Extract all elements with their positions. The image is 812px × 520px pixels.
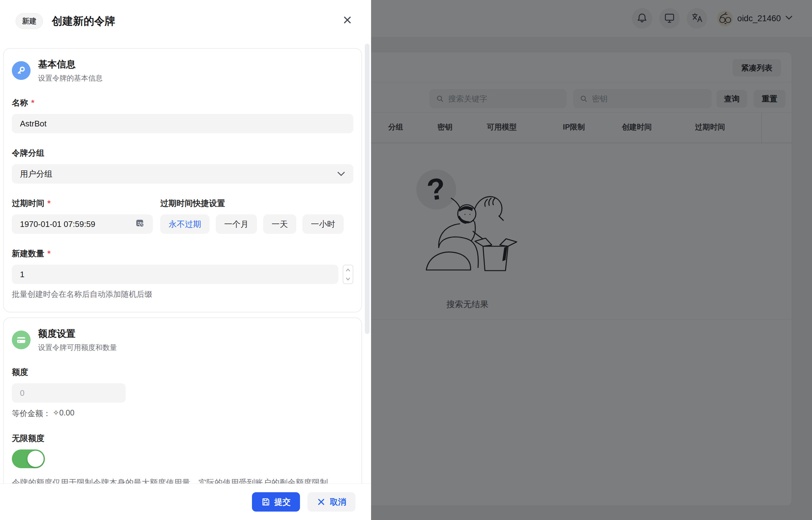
new-badge: 新建: [16, 13, 43, 29]
unlimited-quota-label: 无限额度: [12, 433, 353, 444]
one-hour-button[interactable]: 一小时: [303, 214, 344, 234]
basic-card-subtitle: 设置令牌的基本信息: [38, 73, 103, 83]
drawer-footer: 提交 取消: [0, 484, 371, 520]
stepper-down-icon[interactable]: [343, 275, 353, 283]
group-select-value: 用户分组: [20, 168, 52, 180]
toggle-knob: [27, 451, 44, 467]
cancel-button[interactable]: 取消: [307, 492, 356, 512]
never-expire-button[interactable]: 永不过期: [160, 214, 209, 234]
quota-card-title: 额度设置: [38, 328, 117, 340]
count-help-text: 批量创建时会在名称后自动添加随机后缀: [12, 289, 353, 299]
count-label: 新建数量 *: [12, 248, 353, 259]
name-input[interactable]: [20, 119, 345, 129]
stepper-up-icon[interactable]: [343, 265, 353, 275]
screen: oidc_21460 紧凑列表 查询 重置 分组 密钥 可用模型: [0, 0, 812, 520]
count-field[interactable]: [12, 265, 338, 284]
expire-label: 过期时间 *: [12, 198, 153, 209]
quota-input[interactable]: [20, 388, 117, 398]
required-mark: *: [48, 249, 51, 258]
one-month-button[interactable]: 一个月: [216, 214, 257, 234]
basic-info-card: 基本信息 设置令牌的基本信息 名称 * 令牌分组 用户分组: [3, 48, 362, 312]
close-icon: [342, 15, 353, 25]
group-label: 令牌分组: [12, 148, 353, 159]
drawer-title: 创建新的令牌: [52, 14, 115, 28]
basic-card-title: 基本信息: [38, 58, 103, 71]
calendar-clock-icon: [135, 218, 145, 230]
quota-label: 额度: [12, 367, 353, 378]
submit-button[interactable]: 提交: [252, 492, 300, 512]
one-day-button[interactable]: 一天: [263, 214, 296, 234]
name-field[interactable]: [12, 114, 353, 133]
quota-card: 额度设置 设置令牌可用额度和数量 额度 等价金额： ✧0.00 无限额度: [3, 317, 362, 502]
quick-expire-label: 过期时间快捷设置: [160, 198, 353, 209]
unlimited-quota-toggle[interactable]: [12, 449, 45, 468]
group-select[interactable]: 用户分组: [12, 164, 353, 184]
close-icon: [317, 497, 326, 506]
required-mark: *: [31, 98, 34, 108]
card-head: 额度设置 设置令牌可用额度和数量: [12, 328, 353, 353]
save-icon: [261, 497, 270, 506]
name-label: 名称 *: [12, 97, 353, 108]
equivalent-amount: 等价金额： ✧0.00: [12, 408, 353, 419]
expire-datetime-value: 1970-01-01 07:59:59: [20, 219, 95, 229]
quick-expire-buttons: 永不过期 一个月 一天 一小时: [160, 214, 353, 234]
chevron-down-icon: [337, 169, 345, 179]
quota-card-subtitle: 设置令牌可用额度和数量: [38, 343, 117, 353]
count-stepper[interactable]: [343, 265, 353, 284]
drawer-content: 基本信息 设置令牌的基本信息 名称 * 令牌分组 用户分组: [3, 48, 362, 502]
drawer-scrollbar[interactable]: [365, 44, 369, 334]
card-head: 基本信息 设置令牌的基本信息: [12, 58, 353, 83]
required-mark: *: [48, 199, 51, 208]
drawer-header: 新建 创建新的令牌: [16, 13, 115, 29]
expire-datetime-field[interactable]: 1970-01-01 07:59:59: [12, 214, 153, 234]
close-button[interactable]: [341, 14, 354, 26]
credit-card-icon: [12, 331, 31, 349]
create-token-drawer: 新建 创建新的令牌 基本信息 设置令牌的基本信息: [0, 0, 371, 520]
quota-field[interactable]: [12, 383, 126, 402]
key-icon: [12, 61, 31, 80]
count-input[interactable]: [20, 270, 330, 279]
